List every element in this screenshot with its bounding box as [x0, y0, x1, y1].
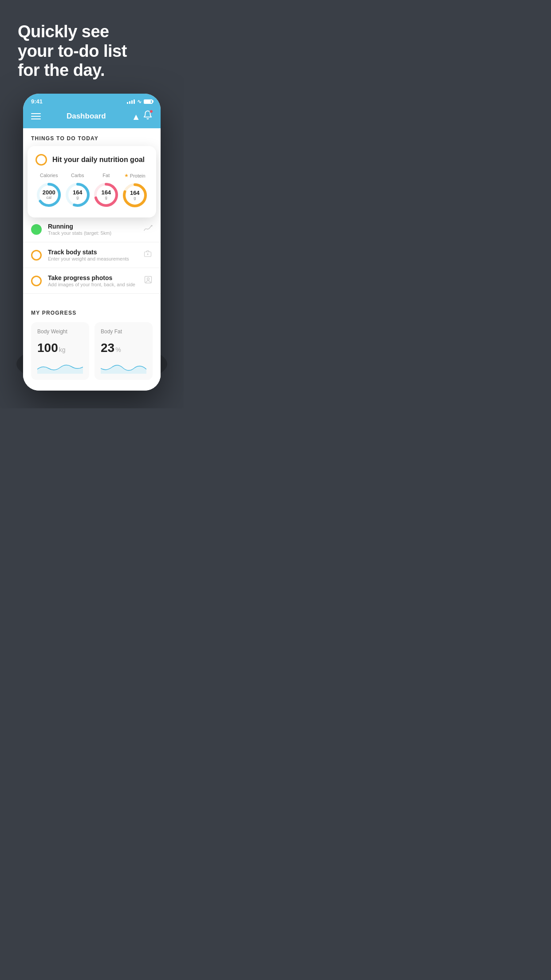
background-page: Quickly see your to-do list for the day.…: [0, 0, 184, 408]
protein-label: ★ Protein: [124, 173, 146, 178]
todo-title-body-stats: Track body stats: [48, 249, 137, 256]
protein-donut: 164 g: [122, 182, 148, 209]
svg-point-8: [151, 225, 153, 226]
todo-circle-photos: [31, 276, 42, 286]
nutrition-col-carbs: Carbs 164 g: [64, 173, 91, 208]
todo-item-running[interactable]: Running Track your stats (target: 5km): [23, 217, 161, 242]
nutrition-columns: Calories 2000 cal: [35, 173, 148, 209]
calories-value: 2000: [43, 190, 55, 196]
todo-circle-running: [31, 224, 42, 235]
todo-title-running: Running: [48, 223, 137, 230]
battery-icon: [144, 99, 153, 104]
calories-unit: cal: [43, 196, 55, 200]
todo-list: Running Track your stats (target: 5km): [23, 217, 161, 294]
calories-donut: 2000 cal: [35, 182, 62, 208]
nutrition-col-fat: Fat 164 g: [93, 173, 120, 208]
carbs-unit: g: [73, 196, 83, 200]
todo-title-photos: Take progress photos: [48, 274, 138, 281]
body-weight-value: 100kg: [37, 341, 83, 355]
body-weight-wave: [37, 360, 83, 374]
status-bar: 9:41 ∿: [23, 94, 161, 107]
progress-header: MY PROGRESS: [31, 310, 153, 316]
running-icon: [143, 224, 153, 234]
body-weight-label: Body Weight: [37, 328, 83, 335]
todo-text-photos: Take progress photos Add images of your …: [48, 274, 138, 287]
body-fat-label: Body Fat: [101, 328, 146, 335]
signal-icon: [127, 99, 135, 104]
todo-text-body-stats: Track body stats Enter your weight and m…: [48, 249, 137, 261]
nutrition-check-circle: [35, 154, 47, 166]
phone-body: THINGS TO DO TODAY Hit your daily nutrit…: [23, 128, 161, 391]
fat-label: Fat: [102, 173, 110, 178]
todo-item-body-stats[interactable]: Track body stats Enter your weight and m…: [23, 242, 161, 268]
menu-button[interactable]: [31, 113, 41, 119]
hero-section: Quickly see your to-do list for the day.: [0, 0, 184, 94]
scale-icon: [143, 250, 153, 260]
status-icons: ∿: [127, 99, 153, 105]
nutrition-col-calories: Calories 2000 cal: [35, 173, 63, 208]
calories-label: Calories: [40, 173, 58, 178]
carbs-value: 164: [73, 190, 83, 196]
todo-sub-photos: Add images of your front, back, and side: [48, 282, 138, 287]
nav-title: Dashboard: [67, 112, 106, 121]
body-fat-value: 23%: [101, 341, 146, 355]
hero-heading: Quickly see your to-do list for the day.: [18, 22, 166, 80]
phone-mockup: 9:41 ∿ Dashboard ▲: [0, 94, 184, 408]
notification-dot: [150, 110, 153, 113]
progress-cards: Body Weight 100kg: [31, 322, 153, 391]
todo-text-running: Running Track your stats (target: 5km): [48, 223, 137, 236]
nutrition-card-title: Hit your daily nutrition goal: [52, 156, 145, 164]
nutrition-col-protein: ★ Protein 164 g: [122, 173, 149, 209]
fat-value: 164: [101, 190, 111, 196]
wifi-icon: ∿: [137, 99, 142, 105]
body-fat-wave: [101, 360, 146, 374]
fat-donut: 164 g: [93, 182, 119, 208]
svg-point-13: [147, 278, 150, 280]
todo-item-photos[interactable]: Take progress photos Add images of your …: [23, 268, 161, 294]
carbs-donut: 164 g: [64, 182, 91, 208]
todo-sub-body-stats: Enter your weight and measurements: [48, 256, 137, 261]
protein-value: 164: [130, 190, 140, 196]
body-weight-card[interactable]: Body Weight 100kg: [31, 322, 89, 380]
phone-frame: 9:41 ∿ Dashboard ▲: [23, 94, 161, 391]
carbs-label: Carbs: [71, 173, 84, 178]
progress-section: MY PROGRESS Body Weight 100kg: [23, 301, 161, 391]
protein-star-icon: ★: [124, 173, 129, 178]
todo-circle-body-stats: [31, 250, 42, 261]
nav-bar: Dashboard ▲: [23, 107, 161, 128]
nutrition-card-header: Hit your daily nutrition goal: [35, 154, 148, 166]
body-fat-card[interactable]: Body Fat 23%: [94, 322, 153, 380]
fat-unit: g: [101, 196, 111, 200]
person-icon: [144, 275, 153, 286]
things-section-header: THINGS TO DO TODAY: [23, 128, 161, 146]
notification-button[interactable]: ▲: [132, 110, 153, 122]
nutrition-card[interactable]: Hit your daily nutrition goal Calories: [28, 146, 156, 217]
todo-sub-running: Track your stats (target: 5km): [48, 230, 137, 236]
status-time: 9:41: [31, 98, 43, 105]
protein-unit: g: [130, 196, 140, 201]
